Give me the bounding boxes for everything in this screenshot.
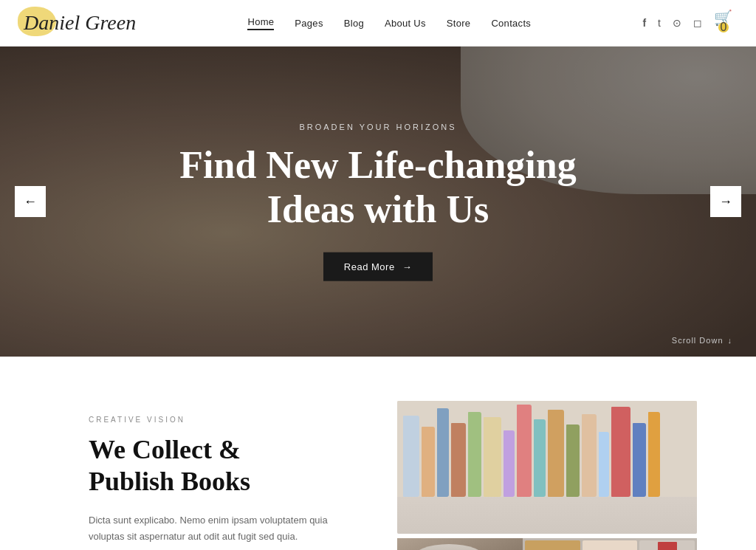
book-item xyxy=(422,427,435,497)
cart-icon[interactable]: 🛒 0 xyxy=(714,9,732,37)
section-label: CREATIVE VISION xyxy=(89,416,338,424)
twitter-icon[interactable]: t xyxy=(658,17,661,29)
nav-pages[interactable]: Pages xyxy=(295,18,323,29)
book-item xyxy=(633,423,646,497)
hero-read-more-button[interactable]: Read More → xyxy=(323,252,433,281)
book-grid-item: PASTA SABINE xyxy=(639,540,695,550)
scroll-down-indicator[interactable]: Scroll Down ↓ xyxy=(672,336,732,345)
section-images: & PERU PASTA SABINE coffee TRAVEL DESIGN xyxy=(397,401,697,550)
book-grid: & PERU PASTA SABINE coffee TRAVEL DESIGN xyxy=(523,538,697,550)
book-item xyxy=(504,430,515,497)
hero-title: Find New Life-changing Ideas with Us xyxy=(157,143,599,232)
hero-prev-button[interactable]: ← xyxy=(15,186,46,217)
book-item xyxy=(548,410,564,497)
books-row-top xyxy=(397,401,697,497)
nav-blog[interactable]: Blog xyxy=(344,18,364,29)
book-item xyxy=(517,405,532,497)
nav-store[interactable]: Store xyxy=(447,18,471,29)
header-icons: f t ⊙ ◻ 🛒 0 xyxy=(642,9,732,37)
book-item xyxy=(599,432,609,497)
section-text: CREATIVE VISION We Collect &Publish Book… xyxy=(89,401,338,546)
site-logo[interactable]: Daniel Green xyxy=(24,11,136,35)
book-item xyxy=(582,414,597,497)
book-item xyxy=(468,412,481,497)
hero-subtitle: BROADEN YOUR HORIZONS xyxy=(157,123,599,131)
book-item xyxy=(403,416,419,497)
book-item xyxy=(648,412,660,497)
arrow-right-icon: → xyxy=(402,261,413,272)
section-body: Dicta sunt explicabo. Nemo enim ipsam vo… xyxy=(89,512,338,545)
book-item xyxy=(534,419,546,497)
dribbble-icon[interactable]: ⊙ xyxy=(673,17,681,29)
book-item xyxy=(611,407,630,497)
main-nav: Home Pages Blog About Us Store Contacts xyxy=(247,16,531,30)
hero-section: ← BROADEN YOUR HORIZONS Find New Life-ch… xyxy=(0,47,756,357)
book-item xyxy=(566,424,580,497)
bookshelf-bottom: & PERU PASTA SABINE coffee TRAVEL DESIGN xyxy=(397,538,697,550)
book-grid-item: & xyxy=(525,540,580,550)
nav-home[interactable]: Home xyxy=(247,16,274,30)
book-item xyxy=(437,408,449,497)
nav-about[interactable]: About Us xyxy=(385,18,426,29)
site-header: Daniel Green Home Pages Blog About Us St… xyxy=(0,0,756,47)
book-grid-item: PERU xyxy=(583,540,638,550)
book-item xyxy=(451,423,466,497)
book-item xyxy=(484,417,501,497)
section-heading: We Collect &Publish Books xyxy=(89,434,338,498)
hero-content: BROADEN YOUR HORIZONS Find New Life-chan… xyxy=(157,123,599,281)
instagram-icon[interactable]: ◻ xyxy=(693,17,702,29)
arrow-down-icon: ↓ xyxy=(728,336,733,345)
facebook-icon[interactable]: f xyxy=(642,17,646,29)
nav-contacts[interactable]: Contacts xyxy=(491,18,531,29)
bookshelf-top xyxy=(397,401,697,534)
about-section: CREATIVE VISION We Collect &Publish Book… xyxy=(0,357,756,550)
hero-next-button[interactable]: → xyxy=(710,186,741,217)
person-photo xyxy=(397,538,523,550)
cart-badge: 0 xyxy=(718,22,729,32)
